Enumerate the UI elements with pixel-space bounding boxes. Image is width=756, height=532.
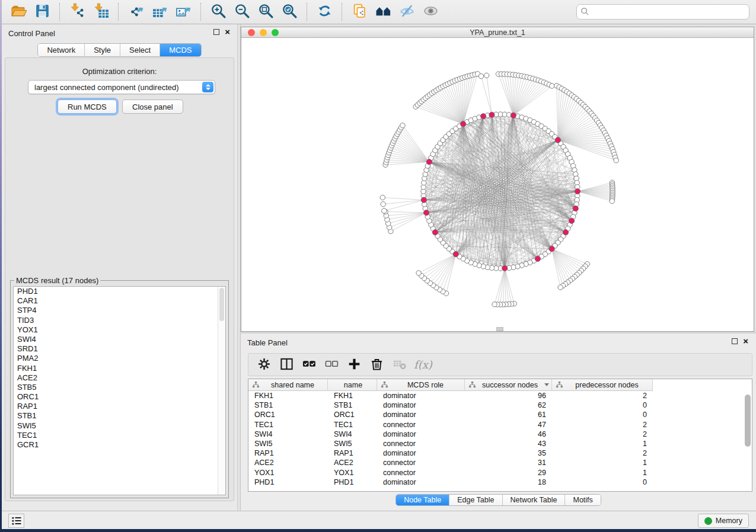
mcds-result-item[interactable]: PMA2	[14, 354, 225, 363]
task-history-button[interactable]	[8, 514, 24, 528]
open-file-button[interactable]	[8, 2, 28, 21]
table-row[interactable]: YOX1YOX1connector291	[248, 468, 752, 477]
delete-column-button[interactable]	[368, 357, 385, 373]
table-scrollbar[interactable]	[745, 395, 751, 490]
memory-button[interactable]: Memory	[698, 514, 749, 528]
mcds-result-title: MCDS result (17 nodes)	[14, 276, 100, 285]
network-view-window: YPA_prune.txt_1	[241, 27, 754, 332]
float-panel-icon[interactable]	[213, 29, 219, 35]
zoom-selected-button[interactable]	[279, 2, 299, 21]
mcds-result-item[interactable]: CAR1	[14, 296, 225, 306]
add-column-button[interactable]	[345, 357, 363, 373]
mcds-result-item[interactable]: ACE2	[14, 373, 225, 383]
table-row[interactable]: ACE2ACE2connector311	[248, 458, 752, 467]
table-row[interactable]: RAP1RAP1dominator352	[248, 448, 752, 458]
tab-style[interactable]: Style	[85, 44, 120, 56]
table-cell: 2	[552, 420, 653, 430]
zoom-fit-button[interactable]	[256, 2, 276, 21]
column-header-name[interactable]: name	[328, 379, 377, 390]
close-panel-icon[interactable]: ×	[225, 29, 230, 35]
search-input[interactable]	[576, 4, 749, 20]
refresh-layout-button[interactable]	[314, 2, 334, 21]
mcds-result-item[interactable]: SWI4	[14, 335, 225, 344]
float-table-panel-icon[interactable]	[732, 338, 738, 344]
mcds-result-item[interactable]: FKH1	[14, 364, 225, 373]
table-cell: 31	[465, 458, 552, 467]
column-header-successor-nodes[interactable]: successor nodes	[465, 379, 552, 390]
import-table-button[interactable]	[91, 2, 111, 21]
mcds-result-list[interactable]: PHD1CAR1STP4TID3YOX1SWI4SRD1PMA2FKH1ACE2…	[13, 286, 226, 495]
table-row[interactable]: PHD1PHD1dominator180	[248, 477, 752, 487]
tab-edge-table[interactable]: Edge Table	[449, 495, 502, 505]
import-network-button[interactable]	[67, 2, 87, 21]
mcds-result-item[interactable]: RAP1	[14, 402, 225, 411]
select-all-checks-button[interactable]	[300, 357, 318, 373]
tab-network[interactable]: Network	[38, 44, 85, 56]
close-table-panel-icon[interactable]: ×	[743, 338, 748, 344]
mcds-result-item[interactable]: STP4	[14, 306, 225, 315]
task-list-icon	[11, 515, 23, 527]
network-titlebar[interactable]: YPA_prune.txt_1	[241, 27, 754, 38]
mcds-result-item[interactable]: SRD1	[14, 344, 225, 354]
column-browser-button[interactable]	[277, 357, 295, 373]
criterion-dropdown[interactable]: largest connected component (undirected)	[28, 80, 215, 94]
mcds-result-item[interactable]: TEC1	[14, 431, 225, 440]
table-panel: Table Panel × f(x) shared namenameMCDS r…	[241, 334, 756, 511]
export-network-button[interactable]	[126, 2, 146, 21]
mcds-list-scrollbar[interactable]	[218, 287, 225, 495]
zoom-out-button[interactable]	[232, 2, 252, 21]
tab-select[interactable]: Select	[120, 44, 160, 56]
node-table-rows: FKH1FKH1dominator962STB1STB1dominator620…	[248, 391, 752, 491]
mcds-result-item[interactable]: PHD1	[14, 287, 225, 296]
table-row[interactable]: ORC1ORC1dominator610	[248, 410, 752, 419]
mcds-result-item[interactable]: STB5	[14, 383, 225, 392]
mcds-result-item[interactable]: GCR1	[14, 440, 225, 450]
desktop-wallpaper: Control Panel × NetworkStyleSelectMCDS O…	[0, 0, 756, 532]
column-browser-icon	[280, 357, 294, 373]
zoom-in-button[interactable]	[208, 2, 228, 21]
mcds-result-item[interactable]: YOX1	[14, 325, 225, 335]
export-table-button[interactable]	[149, 2, 170, 21]
zoom-selected-icon	[282, 3, 298, 21]
deselect-all-checks-icon	[325, 357, 339, 373]
column-header-MCDS-role[interactable]: MCDS role	[377, 379, 465, 390]
hide-selected-button[interactable]	[397, 2, 417, 21]
tab-motifs[interactable]: Motifs	[565, 495, 600, 505]
table-row[interactable]: TEC1TEC1connector472	[248, 420, 752, 430]
tab-mcds[interactable]: MCDS	[160, 44, 200, 56]
mcds-result-item[interactable]: ORC1	[14, 392, 225, 402]
mcds-result-item[interactable]: SWI5	[14, 421, 225, 431]
mcds-result-item[interactable]: STB1	[14, 411, 225, 421]
duplicate-network-button[interactable]	[349, 2, 369, 21]
show-all-button[interactable]	[420, 2, 441, 21]
table-row[interactable]: SWI5SWI5connector431	[248, 439, 752, 448]
network-canvas[interactable]	[241, 38, 754, 331]
tab-network-table[interactable]: Network Table	[503, 495, 566, 505]
show-all-icon	[423, 3, 439, 21]
mcds-result-item[interactable]: TID3	[14, 316, 225, 325]
export-image-button[interactable]	[173, 2, 193, 21]
optimization-criterion-label: Optimization criterion:	[5, 67, 234, 76]
table-cell: SWI4	[328, 430, 377, 439]
table-cell: 0	[552, 477, 653, 487]
run-mcds-button[interactable]: Run MCDS	[58, 100, 117, 114]
table-row[interactable]: FKH1FKH1dominator962	[248, 391, 752, 400]
table-cell: 18	[465, 477, 552, 487]
toolbar-separator	[59, 3, 60, 21]
column-header-predecessor-nodes[interactable]: predecessor nodes	[552, 379, 653, 390]
settings-gear-button[interactable]	[255, 357, 273, 373]
tab-node-table[interactable]: Node Table	[396, 495, 449, 505]
close-panel-button[interactable]: Close panel	[122, 100, 183, 114]
canvas-scroll-thumb[interactable]	[496, 327, 503, 331]
delete-column-icon	[370, 357, 384, 373]
table-row[interactable]: SWI4SWI4dominator462	[248, 430, 752, 439]
open-file-icon	[11, 3, 27, 21]
deselect-all-checks-button[interactable]	[323, 357, 340, 373]
first-neighbors-button[interactable]	[373, 2, 393, 21]
table-row[interactable]: STB1STB1dominator620	[248, 400, 752, 410]
save-session-button[interactable]	[32, 2, 52, 21]
column-header-shared-name[interactable]: shared name	[248, 379, 328, 390]
table-cell: dominator	[377, 391, 465, 400]
function-builder-icon[interactable]: f(x)	[414, 358, 432, 371]
node-table-header: shared namenameMCDS rolesuccessor nodesp…	[248, 379, 653, 391]
